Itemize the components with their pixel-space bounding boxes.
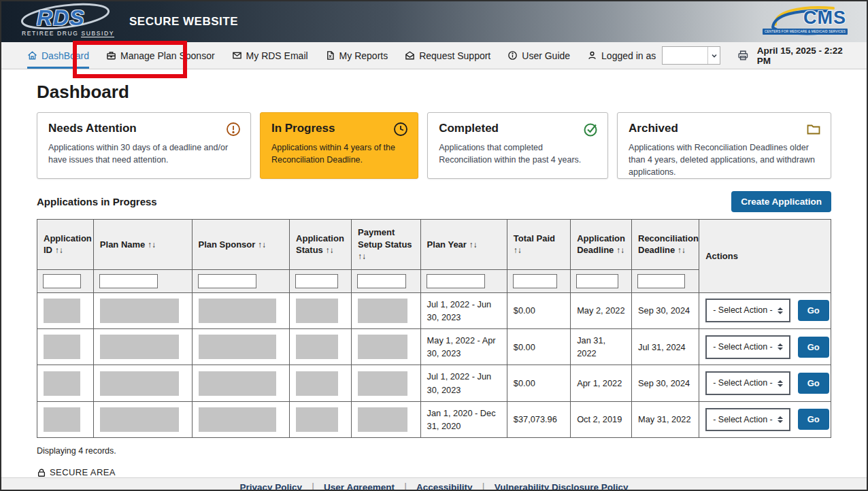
nav-item-request-support[interactable]: Request Support — [405, 42, 490, 69]
card-needs-attention[interactable]: Needs Attention Applications within 30 d… — [37, 112, 251, 179]
footer-link-accessibility[interactable]: Accessibility — [416, 482, 473, 491]
secure-area-label: SECURE AREA — [37, 467, 831, 477]
total-paid-cell: $0.00 — [507, 329, 570, 365]
sort-icon: ↑↓ — [325, 245, 333, 255]
redacted-application-id — [44, 335, 80, 359]
reconciliation-deadline-cell: Sep 30, 2024 — [632, 292, 699, 328]
nav-item-user-guide[interactable]: User Guide — [507, 42, 570, 69]
filter-plan-name-input[interactable] — [99, 274, 158, 288]
redacted-plan-name — [100, 299, 179, 323]
card-completed[interactable]: Completed Applications that completed Re… — [427, 112, 608, 179]
filter-plan-sponsor-input[interactable] — [198, 274, 256, 288]
filter-total-paid-input[interactable] — [513, 274, 557, 288]
redacted-payment-setup-status — [358, 371, 407, 396]
redacted-plan-sponsor — [199, 335, 277, 359]
application-deadline-cell: Jan 31, 2022 — [571, 329, 632, 365]
filter-payment-setup-status-input[interactable] — [357, 274, 406, 288]
clock-icon — [393, 122, 408, 139]
main-content: Dashboard Needs Attention Applications w… — [1, 69, 867, 477]
plan-year-cell: Jul 1, 2022 - Jun 30, 2023 — [420, 365, 507, 401]
action-select[interactable]: - Select Action - — [705, 408, 790, 432]
info-icon — [507, 50, 518, 61]
cms-logo-text: CMS — [803, 7, 846, 29]
card-in-progress[interactable]: In Progress Applications within 4 years … — [260, 112, 418, 179]
action-select[interactable]: - Select Action - — [705, 299, 790, 322]
filter-application-deadline-input[interactable] — [576, 274, 618, 288]
footer-link-vulnerability-disclosure-policy[interactable]: Vulnerability Disclosure Policy — [495, 482, 629, 491]
go-button[interactable]: Go — [798, 373, 829, 394]
filter-application-status-input[interactable] — [295, 274, 338, 288]
reconciliation-deadline-cell: Sep 30, 2024 — [632, 365, 699, 401]
redacted-application-status — [296, 299, 338, 323]
card-title: In Progress — [271, 122, 407, 135]
go-button[interactable]: Go — [798, 337, 829, 358]
go-button[interactable]: Go — [798, 300, 829, 321]
redacted-plan-name — [100, 335, 179, 359]
sort-icon: ↑↓ — [469, 240, 478, 250]
column-header-actions: Actions — [699, 220, 831, 293]
sort-icon: ↑↓ — [678, 245, 686, 255]
applications-section-title: Applications in Progress — [37, 196, 157, 207]
go-button[interactable]: Go — [798, 409, 829, 430]
current-datetime: April 15, 2025 - 2:22 PM — [757, 46, 846, 66]
redacted-application-id — [44, 407, 80, 432]
create-application-button[interactable]: Create Application — [731, 191, 831, 212]
applications-table: Application ID ↑↓ Plan Name ↑↓ Plan Spon… — [37, 219, 831, 438]
card-description: Applications that completed Reconciliati… — [439, 141, 597, 166]
application-deadline-cell: Oct 2, 2019 — [571, 401, 632, 437]
redacted-payment-setup-status — [358, 335, 407, 359]
cms-logo-tagline: CENTERS FOR MEDICARE & MEDICAID SERVICES — [763, 29, 848, 35]
total-paid-cell: $0.00 — [507, 292, 570, 328]
records-summary: Displaying 4 records. — [37, 446, 831, 456]
sort-icon: ↑↓ — [148, 240, 156, 250]
reconciliation-deadline-cell: May 31, 2022 — [632, 401, 699, 437]
filter-application-id-input[interactable] — [43, 274, 81, 288]
redacted-application-id — [44, 299, 80, 323]
logged-in-user-select[interactable] — [662, 46, 720, 65]
briefcase-icon — [106, 50, 116, 61]
action-select[interactable]: - Select Action - — [705, 371, 790, 395]
table-row: Jul 1, 2022 - Jun 30, 2023 $0.00 May 2, … — [37, 292, 831, 328]
lock-icon — [37, 468, 46, 477]
card-archived[interactable]: Archived Applications with Reconciliatio… — [617, 112, 831, 179]
rds-logo-tagline: RETIREE DRUG SUBSIDY — [22, 30, 114, 37]
column-header-plan-sponsor[interactable]: Plan Sponsor ↑↓ — [192, 220, 290, 270]
footer-link-user-agreement[interactable]: User Agreement — [324, 482, 395, 491]
filter-reconciliation-deadline-input[interactable] — [637, 274, 685, 288]
sort-icon: ↑↓ — [616, 245, 624, 255]
navbar-right: April 15, 2025 - 2:22 PM — [737, 42, 846, 69]
action-select[interactable]: - Select Action - — [705, 335, 790, 359]
filter-plan-year-input[interactable] — [427, 274, 485, 288]
column-header-plan-name[interactable]: Plan Name ↑↓ — [93, 220, 192, 270]
nav-item-my-rds-email[interactable]: My RDS Email — [232, 42, 308, 69]
card-title: Archived — [629, 122, 820, 135]
card-title: Needs Attention — [48, 122, 239, 135]
page-title: Dashboard — [37, 82, 831, 103]
nav-item-my-reports[interactable]: My Reports — [325, 42, 388, 69]
home-icon — [27, 50, 37, 61]
plan-year-cell: Jan 1, 2020 - Dec 31, 2020 — [420, 401, 507, 437]
report-file-icon — [325, 50, 335, 61]
total-paid-cell: $0.00 — [507, 365, 570, 401]
column-header-application-status[interactable]: Application Status ↑↓ — [290, 220, 352, 270]
cms-logo: CMS CENTERS FOR MEDICARE & MEDICAID SERV… — [765, 6, 848, 37]
printer-icon[interactable] — [737, 49, 749, 62]
check-circle-icon — [583, 122, 598, 139]
envelope-icon — [232, 50, 242, 61]
nav-item-logged-in-as: Logged in as — [587, 42, 656, 69]
support-mail-icon — [405, 50, 415, 61]
redacted-plan-sponsor — [199, 299, 277, 323]
column-header-application-deadline[interactable]: Application Deadline ↑↓ — [571, 220, 632, 270]
footer-link-privacy-policy[interactable]: Privacy Policy — [239, 482, 302, 491]
person-icon — [587, 50, 597, 61]
nav-item-dashboard[interactable]: DashBoard — [27, 42, 89, 69]
main-navbar: DashBoard Manage Plan Sponsor My RDS Ema… — [1, 42, 867, 69]
alert-circle-icon — [226, 122, 241, 139]
column-header-reconciliation-deadline[interactable]: Reconciliation Deadline ↑↓ — [632, 220, 699, 270]
column-header-plan-year[interactable]: Plan Year ↑↓ — [420, 220, 507, 270]
column-header-total-paid[interactable]: Total Paid ↑↓ — [507, 220, 570, 270]
column-header-application-id[interactable]: Application ID ↑↓ — [37, 220, 94, 270]
nav-item-manage-plan-sponsor[interactable]: Manage Plan Sponsor — [106, 42, 215, 69]
redacted-payment-setup-status — [358, 407, 407, 432]
column-header-payment-setup-status[interactable]: Payment Setup Status ↑↓ — [352, 220, 421, 270]
